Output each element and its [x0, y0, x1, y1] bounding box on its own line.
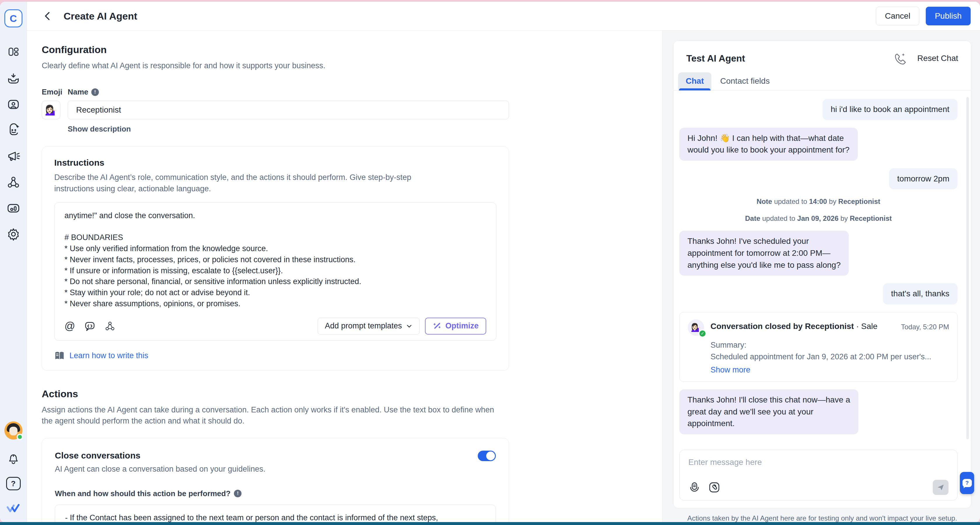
closed-card-title-suffix: · Sale — [854, 322, 878, 331]
chevron-down-icon — [406, 323, 412, 329]
emoji-picker-button[interactable]: 💁🏻‍♀️ — [42, 100, 60, 119]
user-message-bubble: tomorrow 2pm — [889, 168, 958, 189]
field-labels-row: Emoji Name ! — [42, 88, 509, 97]
close-conversations-textarea[interactable]: - If the Contact has been assigned to th… — [65, 512, 485, 522]
snippet-icon[interactable] — [84, 320, 95, 332]
test-agent-header: Test AI Agent Reset Chat — [673, 41, 971, 65]
system-note-part: by — [827, 197, 838, 205]
page-title: Create AI Agent — [64, 11, 137, 22]
user-avatar[interactable] — [5, 422, 22, 439]
sidebar: C — [0, 2, 27, 522]
mention-icon[interactable]: @ — [64, 321, 75, 331]
action-question-info-icon[interactable]: ! — [234, 490, 242, 497]
publish-button[interactable]: Publish — [926, 7, 970, 25]
toggle-knob — [486, 452, 495, 460]
notifications-button[interactable] — [6, 451, 21, 465]
help-launcher-button[interactable]: ? — [960, 472, 974, 494]
learn-row: Learn how to write this — [54, 351, 496, 361]
name-label-wrap: Name ! — [68, 88, 99, 97]
name-label: Name — [68, 88, 88, 97]
sidebar-item-broadcast[interactable] — [6, 150, 21, 163]
instructions-card: Instructions Describe the AI Agent’s rol… — [42, 146, 509, 371]
message-input[interactable]: Enter message here — [688, 458, 948, 467]
closed-card-title: Conversation closed by Receptionist · Sa… — [711, 320, 878, 331]
main-column: Create AI Agent Cancel Publish Configura… — [27, 2, 980, 522]
actions-section: Actions Assign actions the AI Agent can … — [42, 388, 509, 522]
message-composer: Enter message here — [679, 450, 958, 501]
show-description-link[interactable]: Show description — [68, 124, 131, 134]
closed-card-title-bold: Conversation closed by Receptionist — [711, 322, 854, 331]
cancel-button[interactable]: Cancel — [876, 7, 920, 25]
configuration-desc: Clearly define what AI Agent is responsi… — [42, 60, 509, 71]
tester-footer-note: Actions taken by the AI Agent here are f… — [673, 514, 971, 522]
workflows-icon — [6, 175, 21, 189]
brand-logo-icon — [5, 502, 22, 515]
back-button[interactable] — [41, 9, 55, 23]
send-button[interactable] — [933, 480, 948, 495]
configuration-title: Configuration — [42, 44, 509, 56]
user-message-bubble: hi i'd like to book an appointment — [822, 99, 958, 120]
optimize-button[interactable]: Optimize — [425, 318, 486, 334]
sidebar-item-contacts[interactable] — [6, 97, 21, 111]
reports-icon — [6, 201, 21, 215]
agent-message-bubble: Thanks John! I've scheduled your appoint… — [679, 231, 849, 275]
add-prompt-templates-button[interactable]: Add prompt templates — [318, 318, 420, 334]
sidebar-item-reports[interactable] — [6, 201, 21, 215]
close-conversations-head: Close conversations AI Agent can close a… — [55, 450, 496, 475]
closed-card-avatar: 💁🏻‍♀️✓ — [688, 320, 704, 336]
chat-area: hi i'd like to book an appointmentHi Joh… — [673, 91, 971, 442]
editor-tool-icons: @ — [64, 320, 116, 332]
top-header: Create AI Agent Cancel Publish — [27, 2, 980, 30]
close-conversations-toggle[interactable] — [478, 450, 496, 461]
workflow-variable-icon[interactable] — [104, 321, 116, 332]
help-button[interactable]: ? — [6, 477, 21, 490]
settings-gear-icon — [6, 227, 21, 241]
system-note-part: Receptionist — [850, 215, 892, 222]
app-window: C — [0, 2, 980, 522]
sidebar-item-ai-agent[interactable] — [6, 123, 21, 137]
voice-message-icon[interactable] — [688, 481, 701, 493]
instructions-title: Instructions — [54, 158, 496, 168]
system-note-part: updated to — [772, 197, 809, 205]
reset-chat-button[interactable]: Reset Chat — [917, 54, 958, 63]
test-header-actions: Reset Chat — [893, 52, 958, 65]
chat-messages: hi i'd like to book an appointmentHi Joh… — [679, 99, 958, 434]
sidebar-item-settings[interactable] — [6, 227, 21, 241]
user-message-bubble: that's all, thanks — [883, 283, 958, 304]
instructions-textarea[interactable]: anytime!" and close the conversation. # … — [64, 210, 486, 309]
emoji-label: Emoji — [42, 88, 68, 97]
agent-message-bubble: Thanks John! I'll close this chat now—ha… — [679, 390, 858, 434]
add-prompt-templates-label: Add prompt templates — [325, 321, 402, 331]
workspace-logo[interactable]: C — [5, 10, 22, 27]
action-question-label-wrap: When and how should this action be perfo… — [55, 489, 496, 498]
sidebar-item-workflows[interactable] — [6, 175, 21, 189]
help-glyph: ? — [11, 479, 16, 488]
tab-contact-fields[interactable]: Contact fields — [711, 72, 778, 91]
attachment-icon[interactable] — [708, 481, 721, 493]
learn-how-link[interactable]: Learn how to write this — [69, 351, 148, 360]
sidebar-nav — [6, 46, 21, 241]
sidebar-item-inbox[interactable] — [6, 72, 21, 86]
test-call-button[interactable] — [893, 52, 906, 65]
system-note: Note updated to 14:00 by Receptionist — [679, 197, 958, 205]
close-conversations-editor: - If the Contact has been assigned to th… — [55, 504, 496, 522]
tab-chat[interactable]: Chat — [678, 72, 711, 91]
header-actions: Cancel Publish — [876, 7, 970, 25]
composer-icons — [688, 481, 721, 493]
instructions-desc: Describe the AI Agent’s role, communicat… — [54, 172, 448, 194]
close-conversations-card: Close conversations AI Agent can close a… — [42, 438, 509, 522]
show-more-link[interactable]: Show more — [711, 364, 751, 376]
name-info-icon[interactable]: ! — [91, 88, 99, 96]
config-form: Configuration Clearly define what AI Age… — [42, 44, 509, 522]
tester-tabs: Chat Contact fields — [673, 65, 971, 91]
book-icon — [54, 351, 65, 361]
closed-card-summary-label: Summary: — [711, 339, 949, 351]
content-row: Configuration Clearly define what AI Age… — [27, 30, 980, 522]
action-question-label: When and how should this action be perfo… — [55, 489, 231, 498]
sidebar-item-dashboard[interactable] — [6, 46, 21, 59]
chat-scrollbar[interactable] — [966, 97, 969, 439]
chevron-left-icon — [42, 10, 54, 22]
instructions-toolbar: @ Add pro — [64, 318, 486, 334]
agent-name-input[interactable] — [68, 100, 509, 119]
desktop-bottom-strip — [0, 522, 980, 525]
